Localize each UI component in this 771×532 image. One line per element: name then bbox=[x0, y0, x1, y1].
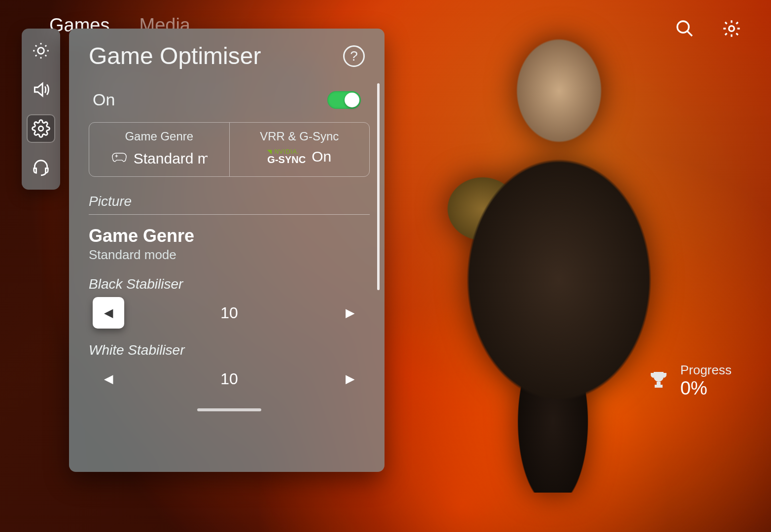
progress-label: Progress bbox=[680, 363, 732, 378]
stepper-value: 10 bbox=[220, 370, 238, 388]
section-title-picture: Picture bbox=[89, 190, 370, 215]
gamepad-icon bbox=[111, 148, 128, 168]
svg-point-4 bbox=[38, 126, 43, 131]
stepper-increase-button[interactable]: ▶ bbox=[334, 297, 366, 329]
panel-body: On Game Genre Standard m VRR & G-Sync NV… bbox=[69, 78, 385, 472]
setting-label: White Stabiliser bbox=[89, 342, 370, 358]
stepper-increase-button[interactable]: ▶ bbox=[334, 363, 366, 395]
card-value: On bbox=[312, 148, 331, 165]
chevron-right-icon: ▶ bbox=[346, 372, 354, 386]
stepper-decrease-button[interactable]: ◀ bbox=[93, 297, 124, 329]
chevron-right-icon: ▶ bbox=[346, 306, 354, 320]
progress-badge: Progress 0% bbox=[647, 363, 732, 399]
svg-line-1 bbox=[688, 32, 692, 36]
sidebar-item-brightness[interactable] bbox=[28, 37, 54, 64]
gsync-logo: NVIDIA. G-SYNC bbox=[267, 149, 306, 165]
svg-point-3 bbox=[38, 48, 44, 54]
setting-game-genre[interactable]: Game Genre Standard mode bbox=[89, 226, 370, 263]
setting-label: Black Stabiliser bbox=[89, 276, 370, 292]
white-stabiliser-stepper: ◀ 10 ▶ bbox=[89, 363, 370, 395]
help-icon[interactable]: ? bbox=[343, 45, 365, 67]
panel-drag-handle[interactable] bbox=[197, 408, 261, 411]
chevron-left-icon: ◀ bbox=[104, 306, 113, 320]
sidebar bbox=[22, 29, 60, 190]
sidebar-item-settings[interactable] bbox=[28, 115, 54, 142]
panel-header: Game Optimiser ? bbox=[69, 29, 385, 78]
info-card-vrr-gsync[interactable]: VRR & G-Sync NVIDIA. G-SYNC On bbox=[229, 123, 370, 176]
toggle-label: On bbox=[93, 90, 115, 109]
setting-title: Game Genre bbox=[89, 226, 370, 246]
info-cards: Game Genre Standard m VRR & G-Sync NVIDI… bbox=[89, 122, 370, 177]
sidebar-item-headset[interactable] bbox=[28, 154, 54, 181]
card-heading: Game Genre bbox=[98, 130, 220, 143]
svg-point-2 bbox=[729, 26, 735, 32]
trophy-icon bbox=[647, 368, 670, 394]
search-icon[interactable] bbox=[675, 19, 695, 40]
info-card-game-genre[interactable]: Game Genre Standard m bbox=[89, 123, 229, 176]
svg-point-0 bbox=[677, 21, 689, 33]
sidebar-item-sound[interactable] bbox=[28, 76, 54, 103]
optimiser-toggle-row: On bbox=[89, 78, 370, 122]
progress-value: 0% bbox=[680, 378, 732, 399]
setting-subtitle: Standard mode bbox=[89, 247, 370, 263]
settings-gear-icon[interactable] bbox=[722, 19, 741, 40]
optimiser-toggle[interactable] bbox=[327, 91, 361, 109]
setting-black-stabiliser: Black Stabiliser ◀ 10 ▶ bbox=[89, 276, 370, 329]
setting-white-stabiliser: White Stabiliser ◀ 10 ▶ bbox=[89, 342, 370, 395]
game-optimiser-panel: Game Optimiser ? On Game Genre Standard … bbox=[69, 29, 385, 472]
black-stabiliser-stepper: ◀ 10 ▶ bbox=[89, 297, 370, 329]
stepper-value: 10 bbox=[220, 304, 238, 322]
card-value: Standard m bbox=[134, 150, 208, 167]
stepper-decrease-button[interactable]: ◀ bbox=[93, 363, 124, 395]
panel-title: Game Optimiser bbox=[89, 42, 261, 69]
card-heading: VRR & G-Sync bbox=[239, 130, 361, 143]
game-character-art bbox=[406, 20, 712, 493]
top-right-actions bbox=[675, 19, 741, 40]
panel-scrollbar[interactable] bbox=[377, 83, 380, 290]
chevron-left-icon: ◀ bbox=[104, 372, 113, 386]
